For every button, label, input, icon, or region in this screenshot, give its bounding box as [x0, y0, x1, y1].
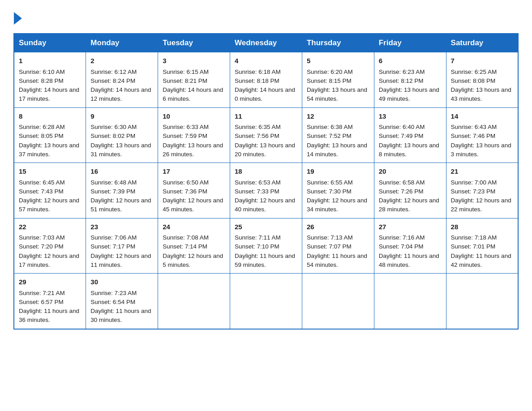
daylight-text: Daylight: 13 hours and 8 minutes.: [379, 142, 439, 158]
calendar-cell: 18 Sunrise: 6:53 AM Sunset: 7:33 PM Dayl…: [230, 163, 302, 218]
day-number: 4: [235, 56, 297, 66]
calendar-table: SundayMondayTuesdayWednesdayThursdayFrid…: [13, 33, 519, 330]
calendar-week-row: 15 Sunrise: 6:45 AM Sunset: 7:43 PM Dayl…: [14, 163, 518, 218]
sunrise-text: Sunrise: 7:23 AM: [90, 290, 137, 296]
sunset-text: Sunset: 7:07 PM: [307, 243, 352, 250]
sunrise-text: Sunrise: 6:12 AM: [90, 68, 137, 75]
day-number: 10: [163, 111, 225, 122]
daylight-text: Daylight: 13 hours and 14 minutes.: [307, 142, 367, 158]
daylight-text: Daylight: 14 hours and 0 minutes.: [235, 86, 295, 102]
sunset-text: Sunset: 8:21 PM: [163, 77, 207, 84]
sunrise-text: Sunrise: 6:53 AM: [235, 179, 281, 186]
day-number: 3: [163, 56, 225, 66]
daylight-text: Daylight: 11 hours and 42 minutes.: [451, 253, 511, 268]
sunset-text: Sunset: 8:18 PM: [235, 77, 279, 84]
calendar-cell: [230, 274, 302, 329]
calendar-week-row: 1 Sunrise: 6:10 AM Sunset: 8:28 PM Dayli…: [14, 52, 518, 108]
day-number: 25: [235, 222, 297, 232]
sunrise-text: Sunrise: 7:16 AM: [379, 234, 425, 241]
calendar-cell: 1 Sunrise: 6:10 AM Sunset: 8:28 PM Dayli…: [14, 52, 86, 108]
daylight-text: Daylight: 12 hours and 40 minutes.: [235, 197, 295, 213]
day-number: 20: [379, 167, 442, 177]
daylight-text: Daylight: 13 hours and 20 minutes.: [235, 142, 295, 158]
sunrise-text: Sunrise: 6:55 AM: [307, 179, 353, 186]
day-number: 27: [379, 222, 442, 232]
daylight-text: Daylight: 11 hours and 30 minutes.: [90, 308, 151, 323]
daylight-text: Daylight: 11 hours and 48 minutes.: [379, 253, 439, 268]
calendar-cell: 4 Sunrise: 6:18 AM Sunset: 8:18 PM Dayli…: [230, 52, 302, 108]
day-number: 14: [451, 111, 513, 122]
day-number: 2: [90, 56, 153, 66]
sunset-text: Sunset: 6:54 PM: [90, 299, 135, 305]
sunrise-text: Sunrise: 6:45 AM: [19, 179, 65, 186]
calendar-cell: 9 Sunrise: 6:30 AM Sunset: 8:02 PM Dayli…: [86, 107, 158, 163]
sunrise-text: Sunrise: 6:25 AM: [451, 68, 497, 75]
calendar-cell: 22 Sunrise: 7:03 AM Sunset: 7:20 PM Dayl…: [14, 218, 86, 274]
sunset-text: Sunset: 8:24 PM: [90, 77, 135, 84]
calendar-week-row: 22 Sunrise: 7:03 AM Sunset: 7:20 PM Dayl…: [14, 218, 518, 274]
sunset-text: Sunset: 7:30 PM: [307, 188, 352, 195]
day-number: 24: [163, 222, 225, 232]
day-number: 12: [307, 111, 369, 122]
calendar-cell: 26 Sunrise: 7:13 AM Sunset: 7:07 PM Dayl…: [302, 218, 374, 274]
day-number: 13: [379, 111, 442, 122]
sunrise-text: Sunrise: 6:33 AM: [163, 124, 209, 130]
sunrise-text: Sunrise: 7:06 AM: [90, 234, 137, 241]
sunrise-text: Sunrise: 6:35 AM: [235, 124, 281, 130]
calendar-cell: 23 Sunrise: 7:06 AM Sunset: 7:17 PM Dayl…: [86, 218, 158, 274]
calendar-cell: 2 Sunrise: 6:12 AM Sunset: 8:24 PM Dayli…: [86, 52, 158, 108]
sunrise-text: Sunrise: 7:13 AM: [307, 234, 353, 241]
calendar-cell: 14 Sunrise: 6:43 AM Sunset: 7:46 PM Dayl…: [446, 107, 518, 163]
daylight-text: Daylight: 13 hours and 31 minutes.: [90, 142, 151, 158]
day-number: 22: [19, 222, 81, 232]
daylight-text: Daylight: 12 hours and 17 minutes.: [19, 253, 79, 268]
sunrise-text: Sunrise: 6:48 AM: [90, 179, 137, 186]
sunrise-text: Sunrise: 6:58 AM: [379, 179, 425, 186]
daylight-text: Daylight: 13 hours and 3 minutes.: [451, 142, 511, 158]
sunset-text: Sunset: 7:59 PM: [163, 133, 207, 139]
daylight-text: Daylight: 12 hours and 22 minutes.: [451, 197, 511, 213]
sunset-text: Sunset: 7:43 PM: [19, 188, 64, 195]
page-header: [13, 9, 519, 25]
day-number: 5: [307, 56, 369, 66]
calendar-cell: 19 Sunrise: 6:55 AM Sunset: 7:30 PM Dayl…: [302, 163, 374, 218]
daylight-text: Daylight: 14 hours and 12 minutes.: [90, 86, 151, 102]
calendar-cell: [158, 274, 230, 329]
sunset-text: Sunset: 7:23 PM: [451, 188, 496, 195]
calendar-cell: 15 Sunrise: 6:45 AM Sunset: 7:43 PM Dayl…: [14, 163, 86, 218]
day-number: 7: [451, 56, 513, 66]
day-number: 19: [307, 167, 369, 177]
calendar-cell: 3 Sunrise: 6:15 AM Sunset: 8:21 PM Dayli…: [158, 52, 230, 108]
day-number: 29: [19, 277, 81, 287]
day-number: 15: [19, 167, 81, 177]
calendar-cell: 16 Sunrise: 6:48 AM Sunset: 7:39 PM Dayl…: [86, 163, 158, 218]
sunrise-text: Sunrise: 6:30 AM: [90, 124, 137, 130]
daylight-text: Daylight: 11 hours and 59 minutes.: [235, 253, 295, 268]
calendar-cell: 30 Sunrise: 7:23 AM Sunset: 6:54 PM Dayl…: [86, 274, 158, 329]
day-number: 11: [235, 111, 297, 122]
day-of-week-header: Wednesday: [230, 34, 302, 52]
day-number: 18: [235, 167, 297, 177]
calendar-cell: [302, 274, 374, 329]
daylight-text: Daylight: 13 hours and 49 minutes.: [379, 86, 439, 102]
daylight-text: Daylight: 12 hours and 5 minutes.: [163, 253, 223, 268]
calendar-cell: 21 Sunrise: 7:00 AM Sunset: 7:23 PM Dayl…: [446, 163, 518, 218]
day-number: 9: [90, 111, 153, 122]
calendar-cell: 27 Sunrise: 7:16 AM Sunset: 7:04 PM Dayl…: [374, 218, 446, 274]
daylight-text: Daylight: 13 hours and 37 minutes.: [19, 142, 79, 158]
calendar-week-row: 29 Sunrise: 7:21 AM Sunset: 6:57 PM Dayl…: [14, 274, 518, 329]
calendar-cell: 17 Sunrise: 6:50 AM Sunset: 7:36 PM Dayl…: [158, 163, 230, 218]
daylight-text: Daylight: 12 hours and 28 minutes.: [379, 197, 439, 213]
day-number: 26: [307, 222, 369, 232]
sunrise-text: Sunrise: 7:18 AM: [451, 234, 497, 241]
daylight-text: Daylight: 12 hours and 57 minutes.: [19, 197, 79, 213]
sunrise-text: Sunrise: 6:28 AM: [19, 124, 65, 130]
sunset-text: Sunset: 7:33 PM: [235, 188, 279, 195]
calendar-cell: 12 Sunrise: 6:38 AM Sunset: 7:52 PM Dayl…: [302, 107, 374, 163]
sunrise-text: Sunrise: 7:08 AM: [163, 234, 209, 241]
sunrise-text: Sunrise: 6:38 AM: [307, 124, 353, 130]
sunrise-text: Sunrise: 6:43 AM: [451, 124, 497, 130]
sunset-text: Sunset: 6:57 PM: [19, 299, 64, 305]
calendar-cell: 6 Sunrise: 6:23 AM Sunset: 8:12 PM Dayli…: [374, 52, 446, 108]
calendar-cell: 13 Sunrise: 6:40 AM Sunset: 7:49 PM Dayl…: [374, 107, 446, 163]
